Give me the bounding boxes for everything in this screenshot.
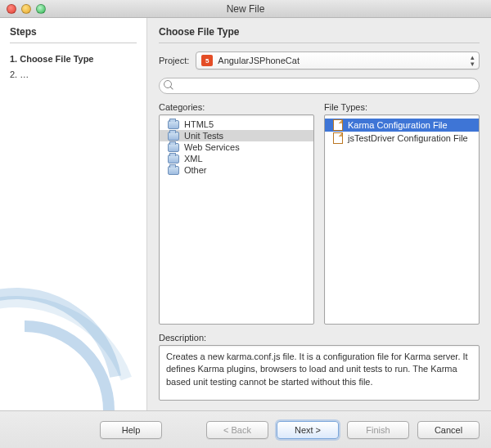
- zoom-window-button[interactable]: [36, 4, 46, 14]
- search-icon: [164, 80, 173, 90]
- steps-list: 1. Choose File Type2. …: [10, 52, 137, 82]
- description-text: Creates a new karma.conf.js file. It is …: [159, 345, 480, 401]
- help-button[interactable]: Help: [100, 421, 162, 439]
- step-item: 2. …: [10, 67, 137, 83]
- decorative-swoosh: [0, 304, 147, 410]
- folder-icon: [168, 143, 179, 152]
- html5-icon: 5: [201, 55, 213, 66]
- category-item[interactable]: Web Services: [160, 141, 313, 153]
- file-icon: [333, 132, 343, 144]
- category-item[interactable]: Unit Tests: [160, 130, 313, 141]
- main-panel: Choose File Type Project: 5 AngularJSPho…: [147, 18, 491, 410]
- filetypes-label: File Types:: [324, 102, 480, 112]
- file-icon: [333, 119, 343, 131]
- category-item[interactable]: XML: [160, 153, 313, 164]
- steps-heading: Steps: [10, 26, 137, 38]
- category-label: Other: [184, 165, 207, 175]
- project-value: AngularJSPhoneCat: [218, 56, 300, 65]
- filetypes-listbox[interactable]: Karma Configuration FilejsTestDriver Con…: [324, 114, 480, 325]
- filetype-label: Karma Configuration File: [348, 120, 448, 130]
- back-button[interactable]: < Back: [206, 421, 268, 439]
- filetype-label: jsTestDriver Configuration File: [348, 133, 468, 143]
- minimize-window-button[interactable]: [21, 4, 31, 14]
- description-label: Description:: [159, 333, 480, 343]
- steps-panel: Steps 1. Choose File Type2. …: [0, 18, 147, 410]
- next-button[interactable]: Next >: [277, 421, 339, 439]
- category-label: HTML5: [184, 119, 214, 129]
- category-item[interactable]: HTML5: [160, 119, 313, 130]
- folder-icon: [168, 120, 179, 129]
- finish-button[interactable]: Finish: [347, 421, 409, 439]
- dialog-footer: Help < Back Next > Finish Cancel: [0, 410, 491, 448]
- step-item: 1. Choose File Type: [10, 52, 137, 67]
- divider: [10, 43, 137, 43]
- folder-icon: [168, 155, 179, 164]
- categories-label: Categories:: [159, 102, 314, 112]
- categories-listbox[interactable]: HTML5Unit TestsWeb ServicesXMLOther: [159, 114, 314, 325]
- filetype-item[interactable]: Karma Configuration File: [325, 119, 479, 132]
- project-label: Project:: [159, 56, 189, 65]
- filter-input[interactable]: [159, 78, 480, 94]
- page-title: Choose File Type: [159, 26, 480, 38]
- close-window-button[interactable]: [7, 4, 16, 14]
- divider: [159, 43, 480, 43]
- cancel-button[interactable]: Cancel: [417, 421, 480, 439]
- category-item[interactable]: Other: [160, 164, 313, 176]
- folder-icon: [168, 132, 179, 141]
- window-controls: [7, 4, 46, 14]
- updown-arrows-icon: ▴▾: [471, 54, 475, 67]
- filetype-item[interactable]: jsTestDriver Configuration File: [325, 132, 479, 145]
- category-label: Web Services: [184, 142, 240, 152]
- category-label: XML: [184, 154, 203, 164]
- project-combobox[interactable]: 5 AngularJSPhoneCat ▴▾: [196, 52, 480, 69]
- titlebar: New File: [0, 0, 491, 18]
- category-label: Unit Tests: [184, 131, 223, 141]
- window-title: New File: [0, 3, 491, 15]
- folder-icon: [168, 166, 179, 175]
